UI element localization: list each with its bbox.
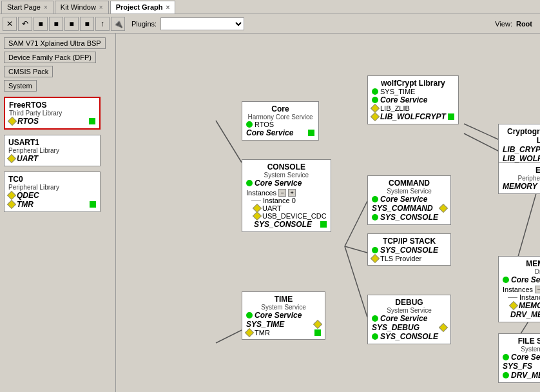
filesystem-cs-dot	[503, 354, 509, 360]
usart1-uart-row: UART	[8, 154, 96, 163]
debug-subtitle: System Service	[372, 307, 447, 314]
tc0-title: TC0	[8, 175, 96, 184]
btn1[interactable]: ■	[34, 17, 48, 31]
debug-cs-dot	[372, 315, 378, 322]
console-usb-label: USB_DEVICE_CDC	[262, 212, 327, 220]
svg-line-1	[345, 201, 367, 246]
efc-box[interactable]: EFC Peripheral Library MEMORY	[498, 162, 540, 194]
freertos-subtitle: Third Party Library	[9, 110, 95, 117]
command-sysconsole-label: SYS_CONSOLE	[380, 213, 438, 222]
wolfcrypt-box[interactable]: wolfCrypt Library SYS_TIME Core Service …	[367, 75, 459, 124]
tcpip-sysconsole-row: SYS_CONSOLE	[372, 246, 447, 255]
bsp-button[interactable]: SAM V71 Xplained Ultra BSP	[4, 37, 106, 49]
plugins-select[interactable]	[160, 17, 244, 30]
freertos-box[interactable]: FreeRTOS Third Party Library RTOS	[4, 97, 101, 130]
crypto-libcrypto-label: LIB_CRYPTO	[503, 145, 540, 154]
freertos-rtos-sq	[89, 118, 95, 124]
debug-box[interactable]: DEBUG System Service Core Service SYS_DE…	[367, 295, 451, 344]
system-button[interactable]: System	[4, 80, 37, 92]
time-cs-row: Core Service	[246, 311, 321, 320]
console-inst-minus[interactable]: −	[278, 189, 286, 197]
usart1-uart-label: UART	[17, 154, 38, 163]
console-inst-plus[interactable]: +	[288, 189, 296, 197]
btn3[interactable]: ■	[64, 17, 79, 31]
close-btn[interactable]: ✕	[3, 17, 17, 31]
core-subtitle: Harmony Core Service	[246, 113, 314, 121]
console-sysconsole-sq	[320, 221, 327, 228]
up-btn[interactable]: ↑	[95, 17, 110, 31]
memory-mem-row: MEMORY	[503, 301, 540, 310]
memory-box[interactable]: MEMORY Driver Core Service Instances − +…	[498, 256, 540, 322]
tab-kit-window[interactable]: Kit Window ×	[55, 1, 109, 14]
filesystem-cs-row: Core Service	[503, 353, 540, 362]
time-tmr-dot	[245, 328, 254, 337]
efc-subtitle: Peripheral Library	[503, 175, 540, 182]
wolfcrypt-title: wolfCrypt Library	[372, 79, 454, 88]
usart1-uart-dot	[7, 154, 16, 163]
core-cs-label: Core Service	[246, 128, 293, 137]
tcpip-box[interactable]: TCP/IP STACK SYS_CONSOLE TLS Provider	[367, 233, 451, 266]
console-inst0-label: Instance 0	[263, 197, 296, 204]
crypto-libwolf-label: LIB_WOLFCRYPT	[503, 154, 540, 163]
filesystem-sysfs-label: SYS_FS	[503, 362, 532, 371]
btn4[interactable]: ■	[80, 17, 94, 31]
command-cs-dot	[372, 196, 378, 202]
debug-sysdebug-row: SYS_DEBUG	[372, 323, 447, 332]
btn2[interactable]: ■	[49, 17, 63, 31]
console-sysconsole-row: SYS_CONSOLE	[246, 220, 327, 229]
tcpip-sysconsole-dot	[372, 247, 378, 253]
tc0-box[interactable]: TC0 Peripheral Library QDEC TMR	[4, 172, 101, 212]
filesystem-drvmedia-dot	[503, 372, 509, 378]
command-box[interactable]: COMMAND System Service Core Service SYS_…	[367, 175, 451, 225]
tab-start-page[interactable]: Start Page ×	[1, 1, 53, 14]
wolfcrypt-wolf-sq	[448, 113, 454, 120]
wolfcrypt-libwolf-row: LIB_WOLFCRYPT	[372, 112, 454, 121]
svg-line-3	[345, 246, 367, 317]
usart1-box[interactable]: USART1 Peripheral Library UART	[4, 135, 101, 166]
debug-cs-row: Core Service	[372, 314, 447, 323]
core-rtos-dot	[246, 121, 253, 128]
crypto-title: Cryptographic (Crypto) Library	[503, 127, 540, 145]
console-box[interactable]: CONSOLE System Service Core Service Inst…	[242, 159, 331, 232]
core-box[interactable]: Core Harmony Core Service RTOS Core Serv…	[242, 101, 319, 141]
filesystem-box[interactable]: FILE SYSTEM System Service Core Service …	[498, 333, 540, 383]
console-instances-label: Instances	[246, 189, 276, 197]
freertos-rtos-label: RTOS	[17, 117, 39, 126]
tc0-qdec-row: QDEC	[8, 191, 96, 200]
cmsis-button[interactable]: CMSIS Pack	[4, 66, 53, 77]
view-value: Root	[516, 20, 532, 28]
console-instances-header: Instances − +	[246, 189, 327, 197]
memory-title: MEMORY	[503, 259, 540, 268]
filesystem-drvmedia-label: DRV_MEDIA	[511, 371, 540, 380]
wolfcrypt-cs-dot	[372, 97, 378, 103]
debug-title: DEBUG	[372, 298, 447, 307]
command-sysconsole-row: SYS_CONSOLE	[372, 213, 447, 222]
memory-drvmedia-label: DRV_MEDIA	[510, 310, 540, 319]
time-tmr-label: TMR	[255, 329, 270, 337]
memory-inst-minus[interactable]: −	[535, 286, 540, 293]
crypto-box[interactable]: Cryptographic (Crypto) Library LIB_CRYPT…	[498, 124, 540, 166]
console-title: CONSOLE	[246, 162, 327, 172]
core-cs-sq	[308, 130, 314, 136]
plugin-icon[interactable]: 🔌	[111, 17, 125, 31]
dfp-button[interactable]: Device Family Pack (DFP)	[4, 52, 96, 63]
command-sysconsole-dot	[372, 214, 378, 220]
time-box[interactable]: TIME System Service Core Service SYS_TIM…	[242, 291, 325, 340]
wolfcrypt-systime-dot	[372, 88, 378, 95]
memory-mem-dot	[509, 301, 518, 310]
tab-project-graph-close[interactable]: ×	[166, 4, 169, 11]
debug-sysconsole-dot	[372, 333, 378, 340]
wolfcrypt-wolf-label: LIB_WOLFCRYPT	[380, 112, 446, 121]
core-rtos-label: RTOS	[255, 121, 274, 128]
tab-start-page-close[interactable]: ×	[44, 4, 48, 11]
tab-kit-window-close[interactable]: ×	[99, 4, 103, 11]
memory-mem-label: MEMORY	[519, 301, 540, 310]
command-cs-row: Core Service	[372, 195, 447, 204]
memory-cs-dot	[503, 277, 509, 283]
memory-cs-row: Core Service	[503, 275, 540, 284]
undo-btn[interactable]: ↶	[18, 17, 32, 31]
tab-project-graph-label: Project Graph	[116, 3, 163, 11]
tab-project-graph[interactable]: Project Graph ×	[110, 1, 176, 14]
time-systime-label: SYS_TIME	[246, 320, 284, 329]
console-uart-row: UART	[246, 204, 327, 212]
